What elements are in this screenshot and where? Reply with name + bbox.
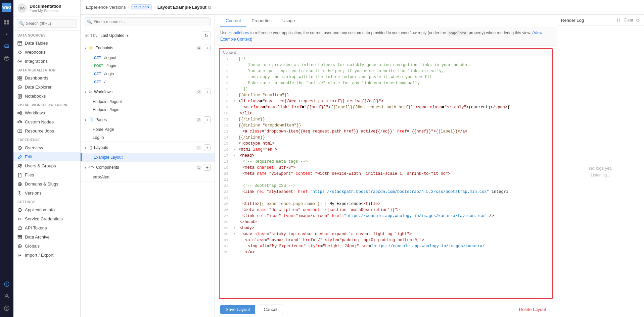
cancel-button[interactable]: Cancel (258, 305, 283, 314)
sidebar-label-workflows: Workflows (25, 110, 45, 115)
sidebar-item-users-groups[interactable]: Users & Groups (13, 161, 80, 170)
sidebar-item-workflows[interactable]: Workflows (13, 108, 80, 117)
middle-panel-header: 🔍 (81, 15, 215, 29)
svg-rect-20 (20, 78, 22, 80)
table-icon (17, 41, 22, 46)
sidebar-label-data-tables: Data Tables (25, 41, 48, 46)
sort-arrow-icon: ▾ (127, 33, 129, 38)
sidebar-item-dashboards[interactable]: Dashboards (13, 73, 80, 83)
sidebar-item-import-export[interactable]: Import / Export (13, 251, 80, 260)
sidebar-label-service-credentials: Service Credentials (25, 216, 63, 221)
versions-icon (17, 191, 22, 196)
pages-section-header[interactable]: ▾ 📄 Pages 2 + (81, 114, 215, 125)
endpoint-get-root[interactable]: GET / (81, 78, 215, 86)
sort-value[interactable]: Last Updated (100, 33, 124, 38)
sidebar-item-api-tokens[interactable]: API Tokens (13, 223, 80, 232)
nav-icon-5[interactable]: ! (1, 279, 12, 289)
sidebar-item-service-credentials[interactable]: Service Credentials (13, 214, 80, 223)
sidebar-item-globals[interactable]: Globals (13, 242, 80, 251)
workflow-item-1[interactable]: Endpoint /logout (81, 98, 215, 106)
breadcrumb-experience-versions[interactable]: Experience Versions (86, 5, 126, 10)
sidebar-item-versions[interactable]: Versions (13, 189, 80, 198)
render-log-pause-button[interactable]: ⏸ (616, 17, 621, 23)
tab-usage[interactable]: Usage (277, 15, 301, 27)
find-resource-input[interactable] (85, 17, 211, 26)
nav-icon-4[interactable] (1, 53, 12, 64)
delete-layout-button[interactable]: Delete Layout (514, 305, 551, 314)
sidebar-item-data-tables[interactable]: Data Tables (13, 39, 80, 48)
code-line: 23<link rel="stylesheet" href="https://s… (220, 189, 552, 195)
sidebar-item-notebooks[interactable]: Notebooks (13, 92, 80, 101)
copy-icon[interactable]: ⧉ (208, 5, 211, 10)
endpoint-get-login[interactable]: GET /login (81, 70, 215, 78)
code-line: 22<!-- Bootstrap CSS --> (220, 183, 552, 189)
sidebar-item-files[interactable]: Files (13, 170, 80, 179)
nav-icon-help[interactable]: ? (1, 303, 12, 314)
page-item-login[interactable]: Log In (81, 134, 215, 142)
render-log-settings-icon[interactable]: ⚙ (636, 18, 640, 23)
workflow-item-2[interactable]: Endpoint /login (81, 106, 215, 114)
sidebar-item-domains-slugs[interactable]: Domains & Slugs (13, 179, 80, 189)
dashboard-icon (17, 76, 22, 81)
components-add-button[interactable]: + (204, 164, 211, 171)
code-line: 14{{/inline}} (220, 135, 552, 141)
info-icon (17, 208, 22, 212)
breadcrumb-branch[interactable]: develop ▾ (131, 4, 152, 10)
svg-point-35 (19, 120, 20, 121)
search-input[interactable] (17, 19, 77, 28)
components-section-header[interactable]: ▾ </> Components 1 + (81, 162, 215, 173)
workflow-label: Endpoint /login (93, 107, 119, 112)
layouts-toggle-icon: ▾ (85, 146, 86, 150)
page-item-home[interactable]: Home Page (81, 125, 215, 134)
app-logo[interactable]: WEG (2, 3, 11, 12)
method-badge: POST (93, 64, 104, 68)
sidebar-item-app-info[interactable]: Application Info (13, 205, 80, 214)
endpoints-section-header[interactable]: ▾ ⚡ Endpoints 4 + (81, 42, 215, 54)
section-label-vwe: VISUAL WORKFLOW ENGINE (13, 101, 80, 108)
pages-add-button[interactable]: + (204, 116, 211, 123)
component-item-error-alert[interactable]: errorAlert (81, 173, 215, 181)
nav-icon-1[interactable] (1, 17, 12, 28)
svg-point-33 (18, 121, 19, 122)
endpoint-get-logout[interactable]: GET /logout (81, 54, 215, 62)
sidebar-item-custom-nodes[interactable]: Custom Nodes (13, 117, 80, 126)
sidebar-item-edit[interactable]: Edit (13, 152, 80, 161)
sidebar-item-data-archive[interactable]: Data Archive (13, 232, 80, 242)
code-line: 7{{#inline "navItem"}} (220, 92, 552, 98)
view-example-context-link[interactable]: View Example Context (220, 31, 542, 42)
sidebar-label-integrations: Integrations (25, 59, 48, 64)
layouts-add-button[interactable]: + (204, 144, 211, 151)
refresh-button[interactable]: ↻ (202, 31, 211, 40)
workflows-section-header[interactable]: ▾ ⚙ Workflows 2 + (81, 86, 215, 98)
webhook-icon (17, 50, 22, 55)
nav-icon-2[interactable] (1, 29, 12, 40)
endpoints-add-button[interactable]: + (204, 45, 211, 51)
nav-icon-6[interactable] (1, 291, 12, 302)
sidebar-label-globals: Globals (25, 244, 40, 249)
sidebar-item-resource-jobs[interactable]: Resource Jobs (13, 126, 80, 136)
handlebars-link[interactable]: Handlebars (229, 31, 249, 35)
sidebar-item-integrations[interactable]: Integrations (13, 57, 80, 66)
svg-line-30 (19, 112, 20, 113)
layouts-section-header[interactable]: ▾ ⬚ Layouts 1 + (81, 142, 215, 153)
sidebar-item-data-explorer[interactable]: Data Explorer (13, 83, 80, 92)
main-area: Experience Versions › develop ▾ › Layout… (81, 0, 644, 317)
endpoint-path: /login (104, 71, 114, 76)
code-line: 25<title>{{ experience.page.name }} | My… (220, 201, 552, 207)
endpoints-toggle-icon: ▾ (85, 46, 86, 50)
sidebar: Do Documentation from My Sandbox 🔍 DATA … (13, 0, 81, 317)
endpoint-post-login[interactable]: POST /login (81, 62, 215, 70)
code-editor[interactable]: 1{{!-- 2 These are provided as inline he… (220, 56, 552, 298)
tab-properties[interactable]: Properties (246, 15, 277, 27)
sidebar-item-overview[interactable]: Overview (13, 143, 80, 152)
code-line: 31<a class="navbar-brand" href="/" style… (220, 237, 552, 243)
render-log-clear-button[interactable]: Clear (624, 18, 633, 22)
save-layout-button[interactable]: Save Layout (220, 305, 255, 314)
nav-icon-3[interactable] (1, 41, 12, 52)
sidebar-label-versions: Versions (25, 191, 42, 196)
workflows-add-button[interactable]: + (204, 89, 211, 95)
sort-label: Sort by: (85, 33, 98, 38)
layout-item-example[interactable]: Example Layout (81, 153, 215, 161)
sidebar-item-webhooks[interactable]: Webhooks (13, 48, 80, 57)
tab-content[interactable]: Content (220, 15, 246, 27)
